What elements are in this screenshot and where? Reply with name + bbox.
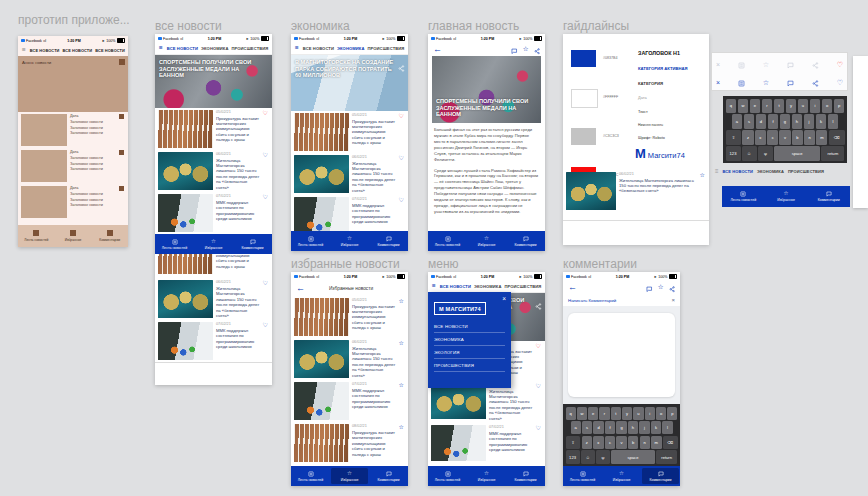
nav-favorites[interactable]: Избранное <box>55 225 92 247</box>
nav-comments[interactable]: Комментарии <box>234 236 271 252</box>
news-item[interactable]: 05/02/21 Прокуратура заставит магнитогор… <box>155 108 272 150</box>
news-item[interactable]: 08/02/21 Прокуратура заставит магнитогор… <box>291 422 408 464</box>
nav-favorites[interactable]: ☆Избранное <box>468 468 505 484</box>
key-u[interactable]: u <box>798 99 809 113</box>
key-t[interactable]: t <box>774 99 785 113</box>
hero-article[interactable]: СПОРТСМЕНЫ ПОЛУЧИЛИ СВОИ ЗАСЛУЖЕННЫЕ МЕД… <box>155 55 272 108</box>
key-r[interactable]: r <box>599 407 609 420</box>
news-item[interactable]: 07/02/21 ММК поддержал состязания по про… <box>428 423 545 463</box>
key-b[interactable]: b <box>628 436 638 449</box>
news-item[interactable]: 07/02/21 ММК поддержал состязания по про… <box>291 380 408 422</box>
nav-favorites[interactable]: ☆Избранное <box>603 468 640 484</box>
comment-input[interactable] <box>568 313 675 397</box>
nav-comments[interactable]: Комментарии <box>370 468 407 484</box>
tab-all-news[interactable]: ВСЕ НОВОСТИ <box>440 284 471 289</box>
heart-icon[interactable]: ♡ <box>536 425 541 431</box>
tab-all-news[interactable]: ВСЕ НОВОСТИ <box>167 46 198 51</box>
key-w[interactable]: w <box>738 99 749 113</box>
key-o[interactable]: o <box>822 99 833 113</box>
news-item[interactable]: 06/02/21 Жительница Магнитогорска лишила… <box>563 170 709 212</box>
tab-all-news[interactable]: ВСЕ НОВОСТИ <box>303 46 334 51</box>
key-i[interactable]: i <box>810 99 821 113</box>
heart-icon[interactable]: ♡ <box>263 280 268 286</box>
heart-icon[interactable]: ♡ <box>263 152 268 158</box>
menu-item-economy[interactable]: ЭКОНОМИКА <box>434 333 505 346</box>
key-e[interactable]: e <box>750 99 761 113</box>
tab-all-news[interactable]: ВСЕ НОВОСТИ <box>63 48 93 53</box>
key-r[interactable]: r <box>762 99 773 113</box>
frame-title-menu[interactable]: меню <box>428 257 459 271</box>
key-d[interactable]: d <box>756 114 767 128</box>
news-item[interactable]: 06/02/21 Жительница Магнитогорска лишила… <box>155 278 272 320</box>
share-icon[interactable] <box>535 296 542 303</box>
close-icon[interactable]: × <box>671 297 675 303</box>
back-arrow-icon[interactable]: ← <box>568 283 577 292</box>
key-m[interactable]: m <box>651 436 661 449</box>
menu-item-incidents[interactable]: ПРОИСШЕСТВИЯ <box>434 359 505 372</box>
star-icon[interactable]: ☆ <box>399 340 404 346</box>
key-k[interactable]: k <box>651 421 661 434</box>
shift-key[interactable]: ⇧ <box>726 130 742 144</box>
hero-placeholder[interactable]: Анонс новости <box>18 56 128 112</box>
heart-icon[interactable]: ♡ <box>536 343 541 349</box>
back-arrow-icon[interactable]: ← <box>433 45 442 54</box>
frame-title-economy[interactable]: экономика <box>291 19 350 33</box>
news-item-placeholder[interactable]: Дата Заголовок новости Заголовок новости… <box>18 184 128 220</box>
key-m[interactable]: m <box>816 130 827 144</box>
heart-icon[interactable]: ♡ <box>399 197 404 203</box>
hamburger-icon[interactable]: ≡ <box>159 45 163 52</box>
key-p[interactable]: p <box>667 407 677 420</box>
heart-icon[interactable]: ♡ <box>399 155 404 161</box>
key-j[interactable]: j <box>804 114 815 128</box>
backspace-key[interactable]: ⌫ <box>829 130 845 144</box>
tab-incidents[interactable]: ПРОИСШЕСТВИЯ <box>231 46 268 51</box>
nav-feed[interactable]: Лента новостей <box>429 468 466 484</box>
space-key[interactable]: space <box>774 146 820 160</box>
nav-favorites[interactable]: ☆Избранное <box>331 233 368 249</box>
key-p[interactable]: p <box>834 99 845 113</box>
num-key[interactable]: 123 <box>726 146 741 160</box>
key-q[interactable]: q <box>566 407 576 420</box>
heart-icon[interactable]: ♡ <box>399 113 404 119</box>
favorite-placeholder-icon[interactable] <box>119 114 124 119</box>
key-d[interactable]: d <box>593 421 603 434</box>
key-c[interactable]: c <box>605 436 615 449</box>
nav-comments[interactable]: Комментарии <box>642 468 679 484</box>
return-key[interactable]: return <box>821 146 844 160</box>
nav-feed[interactable]: Лента новостей <box>564 468 601 484</box>
key-c[interactable]: c <box>767 130 778 144</box>
key-y[interactable]: y <box>622 407 632 420</box>
key-e[interactable]: e <box>588 407 598 420</box>
key-n[interactable]: n <box>804 130 815 144</box>
key-s[interactable]: s <box>582 421 592 434</box>
key-z[interactable]: z <box>582 436 592 449</box>
star-icon[interactable]: ☆ <box>700 172 705 178</box>
key-h[interactable]: h <box>792 114 803 128</box>
nav-comments[interactable]: Комментарии <box>507 468 544 484</box>
nav-favorites[interactable]: ☆Избранное <box>331 468 368 484</box>
key-g[interactable]: g <box>616 421 626 434</box>
frame-title-guidelines[interactable]: гайдлайнсы <box>563 19 629 33</box>
key-s[interactable]: s <box>744 114 755 128</box>
news-item-placeholder[interactable]: Дата Заголовок новости Заголовок новости… <box>18 112 128 148</box>
hero-article[interactable]: В МАГНИТОГОРСКЕ НА СОЗДАНИЕ ПАРКА СОБИРА… <box>291 55 408 111</box>
news-item[interactable]: 06/02/21 Жительница Магнитогорска лишила… <box>291 338 408 380</box>
key-u[interactable]: u <box>633 407 643 420</box>
star-icon[interactable]: ☆ <box>523 46 529 53</box>
news-item[interactable]: 06/02/21 Жительница Магнитогорска лишила… <box>291 153 408 195</box>
key-h[interactable]: h <box>628 421 638 434</box>
star-icon[interactable]: ☆ <box>399 298 404 304</box>
mic-key[interactable]: ψ <box>758 146 773 160</box>
key-a[interactable]: a <box>571 421 581 434</box>
heart-icon[interactable]: ♡ <box>536 383 541 389</box>
frame-title-all-news[interactable]: все новости <box>155 19 222 33</box>
heart-icon[interactable]: ♡ <box>263 110 268 116</box>
key-v[interactable]: v <box>616 436 626 449</box>
key-l[interactable]: l <box>828 114 839 128</box>
news-item[interactable]: 06/02/21 Жительница Магнитогорска лишила… <box>155 150 272 192</box>
key-q[interactable]: q <box>726 99 737 113</box>
frame-title-comments[interactable]: комментарии <box>563 257 637 271</box>
tab-incidents[interactable]: ПРОИСШЕСТВИЯ <box>367 46 404 51</box>
news-item[interactable]: 07/02/21 ММК поддержал состязания по про… <box>155 320 272 362</box>
nav-feed[interactable]: Лента новостей <box>18 225 55 247</box>
